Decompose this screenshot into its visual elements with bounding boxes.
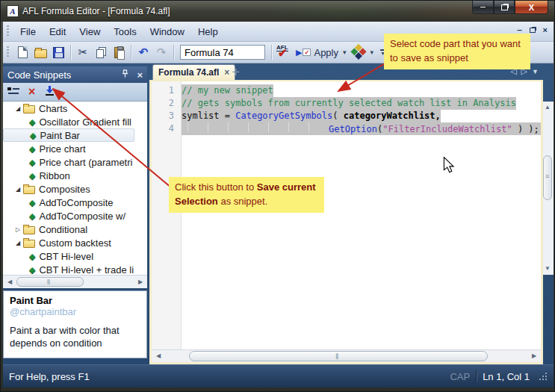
expanded-twisty-icon[interactable]: ◢: [13, 105, 22, 112]
collapsed-twisty-icon[interactable]: ▷: [13, 226, 22, 233]
scroll-right-icon[interactable]: ▶: [528, 350, 540, 362]
tree-horizontal-scrollbar[interactable]: ◀ ▶: [3, 275, 147, 288]
titlebar[interactable]: A AFL Formula Editor - [Formula 74.afl] …: [1, 1, 554, 22]
menu-window[interactable]: Window: [143, 24, 191, 40]
tree-item-oscillator-gradient-fill[interactable]: ◆Oscillator Gradient fill: [3, 115, 134, 128]
save-selection-as-snippet-button[interactable]: [44, 85, 55, 99]
menu-file[interactable]: File: [13, 24, 43, 40]
menu-edit[interactable]: Edit: [43, 24, 72, 40]
tree-item-label: Paint Bar: [40, 130, 79, 141]
open-file-button[interactable]: [31, 43, 49, 61]
tree-item-cbt-hi-level-trade-li[interactable]: ◆CBT Hi-level + trade li: [3, 263, 134, 275]
cut-button[interactable]: ✂: [74, 43, 92, 61]
code-area[interactable]: 1// my new snippet2// gets symbols from …: [152, 81, 541, 349]
new-file-button[interactable]: [13, 43, 31, 61]
tab-guide: [187, 122, 208, 132]
code-editor[interactable]: 1// my new snippet2// gets symbols from …: [149, 80, 543, 364]
formula-name-input[interactable]: [180, 45, 265, 60]
tree-item-addtocomposite[interactable]: ◆AddToComposite: [3, 196, 134, 209]
redo-button[interactable]: ↷: [152, 43, 170, 61]
editor-hscroll-thumb[interactable]: [189, 351, 488, 361]
mdi-close-button[interactable]: ×: [543, 25, 548, 34]
tab-guide: [308, 122, 329, 132]
tree-item-paint-bar[interactable]: ◆Paint Bar: [3, 128, 134, 142]
logo-dropdown-caret[interactable]: ▾: [370, 49, 374, 56]
app-icon-letter: A: [10, 7, 15, 16]
line-number: 2: [152, 97, 182, 110]
scroll-left-icon[interactable]: ◀: [4, 276, 16, 288]
mdi-restore-button[interactable]: [530, 28, 536, 33]
tree-hscroll-thumb[interactable]: [16, 277, 84, 287]
scroll-left-icon[interactable]: ◀: [152, 350, 164, 362]
new-file-icon: [18, 46, 28, 58]
menu-tools[interactable]: Tools: [107, 24, 143, 40]
app-icon: A: [7, 5, 19, 17]
delete-snippet-button[interactable]: ×: [28, 85, 35, 99]
copy-button[interactable]: [92, 43, 110, 61]
expanded-twisty-icon[interactable]: ◢: [13, 186, 22, 193]
code-snippets-header[interactable]: Code Snippets ×: [3, 66, 147, 83]
tab-guide: [228, 122, 248, 132]
tree-item-ribbon[interactable]: ◆Ribbon: [3, 169, 134, 182]
code-line-1[interactable]: 1// my new snippet: [152, 84, 541, 97]
tab-label: Formula 74.afl: [158, 67, 219, 78]
editor-horizontal-scrollbar[interactable]: ◀ ▶: [152, 349, 541, 362]
undo-button[interactable]: ↶: [134, 43, 152, 61]
line-number: 1: [152, 84, 182, 97]
tree-item-conditional[interactable]: ▷Conditional: [3, 223, 134, 236]
code-line-2[interactable]: 2// gets symbols from currently selected…: [152, 97, 541, 110]
apply-chart-icon: ✓: [303, 49, 311, 56]
menu-view[interactable]: View: [72, 24, 107, 40]
pin-icon[interactable]: [121, 69, 129, 81]
redo-icon: ↷: [157, 46, 167, 59]
tree-item-charts[interactable]: ◢Charts: [3, 102, 134, 115]
snippet-diamond-icon: ◆: [29, 265, 35, 275]
snippet-diamond-icon: ◆: [29, 144, 35, 154]
line-number: 4: [152, 122, 182, 135]
tree-item-label: Conditional: [39, 224, 87, 235]
code-line-3[interactable]: 3symlist = CategoryGetSymbols( categoryW…: [152, 110, 541, 122]
tree-vscroll-thumb[interactable]: [543, 155, 552, 200]
callout-text: Click this button to: [175, 181, 257, 193]
scroll-right-icon[interactable]: ▶: [134, 276, 146, 288]
tab-formula-74[interactable]: Formula 74.afl ×: [152, 64, 235, 80]
tab-close-icon[interactable]: ×: [224, 67, 229, 78]
snippet-description-panel: Paint Bar @chartpaintbar Paint a bar wit…: [3, 290, 147, 358]
scroll-down-icon[interactable]: ▼: [542, 263, 554, 275]
apply-dropdown-caret[interactable]: ▾: [343, 49, 347, 56]
tab-float-icon[interactable]: ✛: [232, 66, 240, 78]
close-icon: X: [529, 3, 534, 12]
tree-item-price-chart-parametri[interactable]: ◆Price chart (parametri: [3, 155, 134, 169]
verify-syntax-button[interactable]: AFL ✔: [275, 44, 294, 60]
maximize-button[interactable]: [494, 1, 515, 14]
resize-grip[interactable]: [539, 372, 548, 381]
panel-close-icon[interactable]: ×: [137, 69, 143, 81]
amibroker-logo-button[interactable]: [349, 43, 368, 61]
tab-nav-menu-icon[interactable]: ▼: [532, 68, 539, 75]
save-button[interactable]: [49, 43, 67, 61]
tree-item-label: AddToComposite: [39, 197, 113, 208]
tree-item-label: Ribbon: [39, 170, 69, 181]
paste-button[interactable]: [110, 43, 128, 61]
expanded-twisty-icon[interactable]: ◢: [13, 240, 22, 246]
tree-item-price-chart[interactable]: ◆Price chart: [3, 142, 134, 155]
apply-button[interactable]: ▶ ✓ Apply ▾: [296, 47, 349, 58]
tree-item-label: Price chart (parametri: [39, 157, 132, 168]
tree-item-cbt-hi-level[interactable]: ◆CBT Hi-level: [3, 249, 134, 263]
insert-snippet-button[interactable]: [7, 85, 19, 99]
code-line-4[interactable]: 4GetOption("FilterIncludeWatchlist" ) );: [152, 122, 541, 135]
tree-item-addtocomposite-w[interactable]: ◆AddToComposite w/: [3, 209, 134, 223]
app-window: A AFL Formula Editor - [Formula 74.afl] …: [0, 0, 555, 392]
tree-item-composites[interactable]: ◢Composites: [3, 182, 134, 196]
scroll-up-icon[interactable]: ▲: [542, 102, 554, 113]
tree-item-custom-backtest[interactable]: ◢Custom backtest: [3, 236, 134, 249]
menu-help[interactable]: Help: [191, 24, 225, 40]
toolbar-grip2[interactable]: [7, 46, 9, 58]
toolbar-grip[interactable]: [7, 25, 9, 37]
tree-item-label: CBT Hi-level + trade li: [39, 264, 134, 276]
snippet-diamond-icon: ◆: [29, 198, 35, 208]
close-button[interactable]: X: [515, 1, 548, 14]
snippet-diamond-icon: ◆: [29, 211, 35, 221]
minimize-button[interactable]: [472, 1, 494, 14]
snippet-tag: @chartpaintbar: [10, 306, 140, 317]
